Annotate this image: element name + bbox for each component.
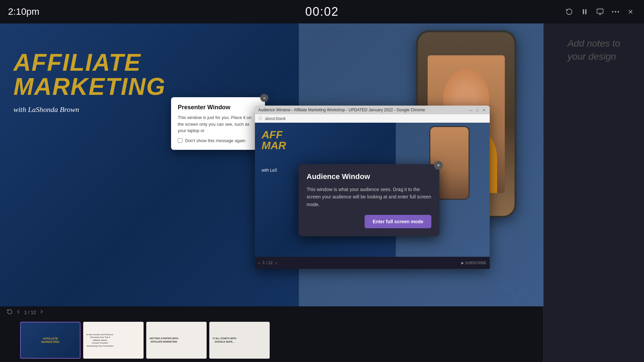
browser-close-button[interactable]: ✕ [482, 108, 486, 112]
svg-point-5 [612, 11, 613, 13]
browser-title-text: Audience Window - Affiliate Marketing Wo… [258, 108, 466, 112]
audience-prev-button[interactable]: ‹ [258, 260, 260, 265]
notes-placeholder-text: Add notes toyour design [568, 37, 620, 63]
presenter-dialog: × Presenter Window This window is just f… [171, 97, 265, 150]
thumbnail-bar: AFFILIATEMARKETING In this session we'll… [0, 318, 543, 362]
browser-restore-button[interactable]: □ [475, 108, 480, 112]
audience-dialog-body: This window is what your audience sees. … [307, 186, 431, 208]
audience-page-indicator: 1 / 12 [263, 260, 273, 265]
close-button[interactable] [625, 6, 636, 17]
audience-slide-title: AFFMAR [262, 129, 286, 151]
browser-minimize-button[interactable]: — [468, 108, 473, 112]
pause-button[interactable] [579, 6, 590, 17]
svg-rect-2 [597, 9, 603, 13]
right-panel: Notes Canva Live Add notes toyour design [543, 0, 644, 362]
audience-slide-subtitle: with LaS [262, 168, 277, 173]
thumb-3-label: GETTING STARTED WITHAFFILIATE MARKETING [150, 337, 178, 344]
thumbnail-2[interactable]: In this session we'll discussChoosing Yo… [83, 322, 144, 359]
next-slide-button[interactable] [39, 309, 45, 316]
notes-placeholder-area: Add notes toyour design [544, 23, 644, 362]
timer-display: 00:02 [217, 5, 427, 19]
top-controls [427, 6, 636, 17]
browser-window-buttons: — □ ✕ [468, 108, 486, 112]
thumb-1-label: AFFILIATEMARKETING [41, 337, 60, 344]
audience-close-icon: × [437, 163, 440, 168]
browser-url: about:blank [265, 116, 286, 121]
svg-point-7 [618, 11, 619, 13]
svg-rect-1 [585, 9, 587, 14]
browser-titlebar: Audience Window - Affiliate Marketing Wo… [255, 106, 490, 114]
audience-plant-decoration [460, 227, 486, 253]
plant-decoration [496, 268, 537, 308]
dont-show-checkbox[interactable] [178, 138, 182, 143]
audience-dialog-close-button[interactable]: × [434, 161, 443, 170]
thumb-4-label: IT ALL STARTS WITHGOOGLE SEAR... [213, 337, 236, 344]
slide-subtitle: with LaShonda Brown [13, 105, 174, 114]
slide-title-line1: AFFILIATE [13, 50, 174, 74]
url-icon: ⓘ [258, 116, 262, 121]
slide-title-block: AFFILIATE MARKETING with LaShonda Brown [13, 50, 174, 114]
thumbnail-4[interactable]: IT ALL STARTS WITHGOOGLE SEAR... [209, 322, 270, 359]
audience-dialog-title: Audience Window [307, 172, 431, 181]
monitor-button[interactable] [594, 6, 606, 17]
dont-show-label: Don't show this message again [185, 138, 246, 143]
audience-bottom-bar: ‹ 1 / 12 › ▶ SUBSCRIBE [255, 257, 490, 269]
presenter-dialog-title: Presenter Window [178, 104, 258, 111]
replay-slide-button[interactable] [7, 309, 13, 316]
browser-addressbar: ⓘ about:blank [255, 114, 490, 123]
prev-slide-button[interactable] [15, 309, 21, 316]
slide-page-indicator: 1 / 12 [24, 310, 36, 315]
audience-subscribe-button[interactable]: ▶ SUBSCRIBE [461, 261, 486, 265]
enter-fullscreen-button[interactable]: Enter full screen mode [365, 215, 431, 228]
audience-next-button[interactable]: › [275, 260, 277, 265]
presenter-dialog-close-button[interactable]: × [260, 94, 268, 102]
slide-title-line2: MARKETING [13, 74, 174, 99]
svg-point-6 [615, 11, 616, 13]
presenter-dialog-body: This window is just for you. Place it on… [178, 114, 258, 134]
dont-show-row: Don't show this message again [178, 138, 258, 143]
replay-button[interactable] [564, 6, 575, 17]
svg-rect-0 [583, 9, 584, 14]
thumbnail-1[interactable]: AFFILIATEMARKETING [20, 322, 80, 359]
thumbnail-3[interactable]: GETTING STARTED WITHAFFILIATE MARKETING [146, 322, 207, 359]
top-bar: 2:10pm 00:02 [0, 0, 644, 23]
thumb-2-label: In this session we'll discussChoosing Yo… [87, 333, 113, 347]
time-display: 2:10pm [8, 6, 217, 17]
audience-dialog: × Audience Window This window is what yo… [299, 164, 439, 236]
presenter-close-icon: × [263, 96, 266, 101]
more-button[interactable] [610, 9, 621, 15]
slide-nav: 1 / 12 [0, 306, 543, 318]
